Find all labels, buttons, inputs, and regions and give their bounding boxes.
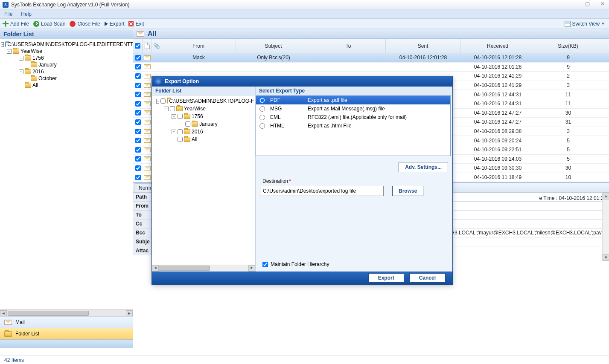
- folder-icon: [167, 98, 168, 104]
- tree-checkbox[interactable]: [170, 106, 175, 111]
- row-checkbox[interactable]: [135, 73, 141, 79]
- mail-icon: [137, 31, 144, 37]
- row-checkbox[interactable]: [135, 101, 141, 107]
- export-type-pdf[interactable]: PDF Export as .pdf file: [256, 96, 450, 104]
- scroll-right-icon[interactable]: ►: [248, 265, 255, 272]
- tree-all[interactable]: All: [19, 82, 132, 89]
- col-size[interactable]: Size(KB): [535, 39, 601, 53]
- col-received[interactable]: Received: [460, 39, 535, 53]
- maximize-button[interactable]: ▢: [583, 1, 592, 7]
- row-checkbox[interactable]: [135, 119, 141, 125]
- scroll-thumb[interactable]: [8, 311, 89, 316]
- detail-vscroll[interactable]: ▲ ▼: [602, 193, 609, 261]
- folder-tree[interactable]: − C:\USERS\ADMIN\DESKTOP\LOG-FILE\DIFFER…: [0, 39, 133, 309]
- scroll-up-icon[interactable]: ▲: [603, 193, 609, 199]
- collapse-icon[interactable]: −: [7, 49, 12, 54]
- toolbar-export[interactable]: Export: [105, 21, 125, 27]
- content-title: All: [148, 30, 156, 38]
- col-to[interactable]: To: [311, 39, 386, 53]
- collapse-icon[interactable]: −: [172, 114, 176, 119]
- col-sent[interactable]: Sent: [386, 39, 460, 53]
- col-subject[interactable]: Subject: [236, 39, 311, 53]
- maintain-hierarchy-checkbox[interactable]: [262, 262, 268, 267]
- toolbar-load-scan[interactable]: Load Scan: [33, 21, 65, 27]
- dlg-tree-january[interactable]: January: [179, 120, 254, 128]
- table-row[interactable]: 04-10-2016 12:01:289: [133, 63, 609, 72]
- row-checkbox[interactable]: [135, 165, 141, 171]
- toolbar-add-file[interactable]: Add File: [3, 21, 29, 27]
- scroll-left-icon[interactable]: ◄: [152, 265, 159, 272]
- minimize-button[interactable]: —: [567, 1, 577, 7]
- row-checkbox[interactable]: [135, 55, 141, 61]
- row-checkbox[interactable]: [135, 83, 141, 88]
- dlg-tree-2016[interactable]: + 2016: [172, 128, 254, 136]
- tree-yearwise[interactable]: − YearWise: [7, 48, 132, 55]
- scroll-thumb[interactable]: [159, 266, 210, 271]
- radio-eml[interactable]: [259, 115, 265, 120]
- collapse-icon[interactable]: −: [164, 107, 169, 111]
- collapse-icon[interactable]: −: [19, 69, 23, 74]
- col-checkbox[interactable]: [133, 39, 143, 53]
- col-type: [143, 39, 152, 53]
- radio-html[interactable]: [259, 123, 265, 129]
- select-all-checkbox[interactable]: [135, 43, 140, 49]
- mail-icon: [144, 120, 151, 124]
- row-checkbox[interactable]: [135, 129, 141, 134]
- radio-msg[interactable]: [259, 106, 265, 112]
- row-checkbox[interactable]: [135, 175, 141, 180]
- scroll-down-icon[interactable]: ▼: [603, 254, 609, 261]
- tree-checkbox[interactable]: [178, 137, 183, 142]
- close-button[interactable]: ✕: [598, 1, 607, 7]
- dialog-export-type-header: Select Export Type: [256, 87, 452, 95]
- collapse-icon[interactable]: −: [19, 56, 23, 61]
- dlg-tree-all[interactable]: All: [172, 136, 254, 143]
- export-type-html[interactable]: HTML Export as .html File: [256, 121, 450, 130]
- collapse-icon[interactable]: −: [1, 42, 4, 47]
- export-type-msg[interactable]: MSG Export as Mail Message(.msg) file: [256, 104, 450, 113]
- x-icon: [128, 21, 134, 26]
- tree-checkbox[interactable]: [160, 98, 166, 104]
- tree-january[interactable]: January: [25, 61, 132, 68]
- row-checkbox[interactable]: [135, 92, 141, 97]
- dlg-tree-1756[interactable]: − 1756: [172, 113, 254, 120]
- radio-pdf[interactable]: [259, 98, 265, 103]
- tree-root[interactable]: − C:\USERS\ADMIN\DESKTOP\LOG-FILE\DIFFER…: [1, 41, 132, 48]
- col-from[interactable]: From: [161, 39, 236, 53]
- detail-time: e Time : 04-10-2016 12:01:28: [539, 195, 606, 201]
- row-checkbox[interactable]: [135, 147, 141, 153]
- scroll-right-icon[interactable]: ►: [126, 310, 133, 316]
- dlg-tree-root[interactable]: − C:\USERS\ADMIN\DESKTOP\LOG-F: [156, 97, 254, 105]
- tree-checkbox[interactable]: [178, 129, 183, 134]
- export-button[interactable]: Export: [368, 273, 404, 283]
- adv-settings-button[interactable]: Adv. Settings...: [399, 162, 448, 172]
- nav-folder-list[interactable]: Folder List: [0, 328, 133, 339]
- row-checkbox[interactable]: [135, 156, 141, 162]
- menu-help[interactable]: Help: [21, 11, 32, 17]
- row-checkbox[interactable]: [135, 110, 141, 116]
- toolbar-close-file[interactable]: Close File: [70, 21, 100, 27]
- menu-file[interactable]: File: [4, 11, 12, 17]
- tree-checkbox[interactable]: [185, 121, 190, 127]
- tree-october[interactable]: October: [25, 75, 132, 82]
- scroll-left-icon[interactable]: ◄: [0, 310, 7, 316]
- collapse-icon[interactable]: −: [156, 99, 159, 104]
- row-checkbox[interactable]: [135, 138, 141, 143]
- expand-icon[interactable]: +: [172, 130, 176, 134]
- dlg-tree-yearwise[interactable]: − YearWise: [164, 105, 254, 113]
- row-checkbox[interactable]: [135, 64, 141, 69]
- dialog-folder-tree[interactable]: − C:\USERS\ADMIN\DESKTOP\LOG-F − YearWis…: [152, 95, 255, 265]
- sidebar-hscroll[interactable]: ◄ ►: [0, 309, 133, 316]
- nav-mail[interactable]: Mail: [0, 316, 133, 328]
- dialog-tree-hscroll[interactable]: ◄ ►: [152, 265, 255, 272]
- cancel-button[interactable]: Cancel: [409, 273, 446, 283]
- toolbar-exit[interactable]: Exit: [128, 21, 144, 27]
- tree-2016[interactable]: − 2016: [19, 68, 132, 75]
- destination-input[interactable]: [260, 186, 384, 196]
- export-type-eml[interactable]: EML RFC822 (.eml) file.(Applicable only …: [256, 113, 450, 121]
- tree-1756[interactable]: − 1756: [19, 55, 132, 61]
- browse-button[interactable]: Browse: [392, 186, 423, 196]
- dialog-left-panel: Folder List − C:\USERS\ADMIN\DESKTOP\LOG…: [152, 87, 256, 272]
- tree-checkbox[interactable]: [178, 114, 183, 119]
- table-row[interactable]: MackOnly Bcc's(20)04-10-2016 12:01:2804-…: [133, 53, 609, 63]
- toolbar-switch-view[interactable]: Switch View ▼: [565, 21, 605, 27]
